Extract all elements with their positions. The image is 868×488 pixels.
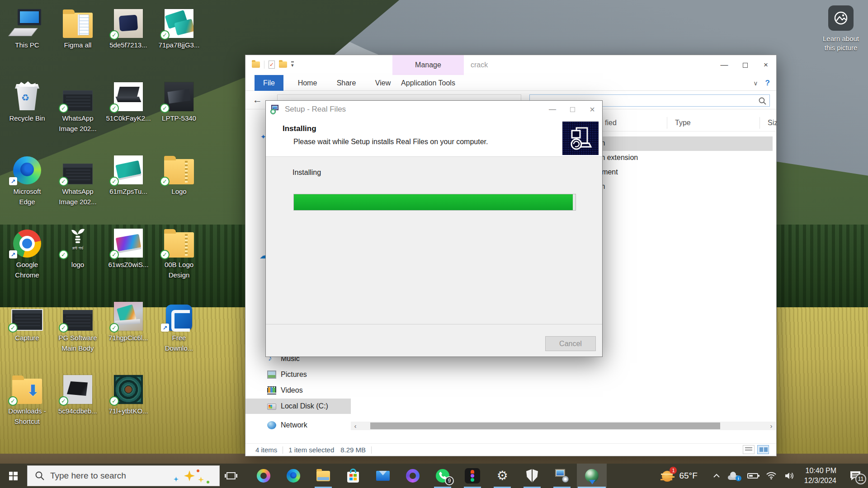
maximize-button[interactable] <box>735 55 755 75</box>
taskbar-app-mail[interactable] <box>368 464 398 488</box>
desktop-icon-pg-software[interactable]: ✓PG SoftwareMain Body <box>53 296 102 369</box>
sidebar-item-pictures[interactable]: Pictures <box>245 367 351 382</box>
desktop-icon-5c94cdbeb[interactable]: ✓5c94cdbeb... <box>53 369 102 442</box>
action-center-button[interactable]: 11 <box>843 464 868 488</box>
details-view-button[interactable] <box>743 445 755 454</box>
column-header-fied[interactable]: fied <box>605 119 617 127</box>
desktop-icon-71pa7bjjg3[interactable]: ✓71pa7BjjG3... <box>155 3 203 76</box>
sidebar-item-local-disk-c[interactable]: Local Disk (C:) <box>245 399 351 414</box>
desktop-icon-google[interactable]: ↗GoogleChrome <box>3 222 52 296</box>
task-view-button[interactable] <box>220 464 242 488</box>
quick-access-toolbar[interactable]: ▾ <box>252 61 294 69</box>
taskbar-app-explorer[interactable] <box>308 464 338 488</box>
ribbon-tab-view[interactable]: View <box>370 75 396 91</box>
desktop-icon-label: 61wsZ0wiS... <box>108 260 148 270</box>
desktop-icon-71l-ytbtko[interactable]: ✓71l+ytbtKO... <box>104 369 153 442</box>
dialog-heading: Installing <box>283 124 316 133</box>
folder-icon[interactable] <box>252 61 260 68</box>
dialog-minimize-button[interactable]: — <box>542 101 562 118</box>
taskbar-app-setup-globe[interactable] <box>577 464 607 488</box>
desktop-icon-recycle-bin[interactable]: ♻Recycle Bin <box>3 76 52 149</box>
pictures-icon <box>267 371 276 379</box>
taskbar-app-installer[interactable] <box>547 464 577 488</box>
large-icons-view-button[interactable] <box>757 445 769 454</box>
column-header-siz[interactable]: Siz <box>768 119 778 127</box>
tray-expand-icon[interactable] <box>713 474 720 478</box>
desktop-icon-capture[interactable]: ✓Capture <box>3 296 52 369</box>
taskbar-app-security[interactable] <box>517 464 547 488</box>
ribbon-collapse-icon[interactable]: ∨ <box>753 80 758 87</box>
taskbar-app-figma[interactable] <box>458 464 487 488</box>
desktop-icon-00b-logo[interactable]: ✓00B LogoDesign <box>155 222 203 296</box>
onedrive-tray-icon[interactable]: i <box>728 472 740 480</box>
column-header-type[interactable]: Type <box>675 119 691 127</box>
dialog-maximize-button[interactable] <box>562 101 582 118</box>
wifi-icon[interactable] <box>766 472 777 480</box>
picture-info-icon[interactable] <box>828 5 854 31</box>
desktop-icon-61mzpstu[interactable]: ✓61mZpsTu... <box>104 149 153 222</box>
manage-ribbon-group[interactable]: Manage <box>392 55 464 75</box>
properties-icon[interactable] <box>269 61 275 69</box>
scroll-left-icon[interactable]: ‹ <box>351 422 360 430</box>
desktop-icon-71hgpcic6l[interactable]: ✓71hgpCic6l... <box>104 296 153 369</box>
taskbar-search-input[interactable]: Type here to search <box>27 465 220 486</box>
scrollbar-thumb[interactable] <box>370 422 720 429</box>
edge-logo-icon <box>13 156 41 184</box>
desktop-icon-figma-all[interactable]: Figma all <box>53 3 102 76</box>
ribbon-tab-file[interactable]: File <box>255 75 283 91</box>
help-icon[interactable]: ? <box>765 79 770 88</box>
desktop-icon-label: Figma all <box>64 40 92 51</box>
desktop-icon-downloads[interactable]: ✓Downloads -Shortcut <box>3 369 52 442</box>
battery-icon[interactable] <box>747 473 758 479</box>
desktop-icon-free[interactable]: ↗FreeDownlo... <box>155 296 203 369</box>
sidebar-item-videos[interactable]: Videos <box>245 383 351 398</box>
new-folder-icon[interactable] <box>279 61 287 68</box>
desktop-icon-label: Recycle Bin <box>9 113 45 124</box>
taskbar-app-settings[interactable]: ⚙ <box>487 464 517 488</box>
clock[interactable]: 10:40 PM 12/3/2024 <box>800 466 843 485</box>
dot-orange-icon <box>197 469 199 472</box>
ribbon-tab-home[interactable]: Home <box>292 75 322 91</box>
customize-qat-icon[interactable]: ▾ <box>291 61 294 68</box>
dialog-close-button[interactable]: × <box>582 101 602 118</box>
sync-check-icon: ✓ <box>59 177 68 186</box>
desktop-icon-label: 71hgpCic6l... <box>108 333 148 343</box>
back-icon[interactable]: ← <box>253 94 262 105</box>
desktop-icon-5de5f7213[interactable]: ✓5de5f7213... <box>104 3 153 76</box>
desktop-icon-microsoft[interactable]: ↗MicrosoftEdge <box>3 149 52 222</box>
taskbar-apps: 9⚙ <box>249 464 607 488</box>
taskbar-app-copilot[interactable] <box>249 464 278 488</box>
cancel-button[interactable]: Cancel <box>545 336 596 351</box>
desktop-icon-label: Capture <box>15 333 39 343</box>
learn-about-picture[interactable]: Learn about this picture <box>819 5 863 53</box>
volume-icon[interactable] <box>784 472 795 480</box>
horizontal-scrollbar[interactable]: ‹ › <box>351 422 776 430</box>
taskbar-app-edge[interactable] <box>278 464 308 488</box>
taskbar-app-whatsapp[interactable]: 9 <box>428 464 458 488</box>
sync-check-icon: ✓ <box>8 323 18 333</box>
ribbon-tab-application-tools[interactable]: Application Tools <box>392 75 464 91</box>
desktop-icon-logo[interactable]: প্লান্ট গার্ড✓logo <box>53 222 102 296</box>
scroll-right-icon[interactable]: › <box>767 422 776 430</box>
sparkle-small-icon <box>198 477 204 483</box>
search-icon <box>758 97 767 105</box>
desktop-icon-51c0kfayk2[interactable]: ✓51C0kFayK2... <box>104 76 153 149</box>
taskbar-app-store[interactable] <box>338 464 368 488</box>
close-button[interactable]: × <box>755 55 776 75</box>
taskbar-app-office[interactable] <box>398 464 428 488</box>
minimize-button[interactable]: — <box>714 55 735 75</box>
desktop-icon-logo[interactable]: ✓Logo <box>155 149 203 222</box>
ribbon-tab-share[interactable]: Share <box>331 75 361 91</box>
desktop-icon-whatsapp[interactable]: ✓WhatsAppImage 202... <box>53 76 102 149</box>
start-button[interactable] <box>0 464 26 488</box>
desktop-icon-lptp-5340[interactable]: ✓LPTP-5340 <box>155 76 203 149</box>
disk-icon <box>267 404 276 410</box>
desktop-icon-this-pc[interactable]: This PC <box>3 3 52 76</box>
desktop-icon-whatsapp[interactable]: ✓WhatsAppImage 202... <box>53 149 102 222</box>
sidebar-item-network[interactable]: Network <box>245 418 351 433</box>
installer-art-icon <box>562 122 599 155</box>
desktop-icon-61wsz0wis[interactable]: ✓61wsZ0wiS... <box>104 222 153 296</box>
weather-widget[interactable]: 1 65°F <box>656 469 703 483</box>
desktop-icon-label: 5c94cdbeb... <box>58 406 97 417</box>
sidebar-item-label: Videos <box>281 386 303 394</box>
